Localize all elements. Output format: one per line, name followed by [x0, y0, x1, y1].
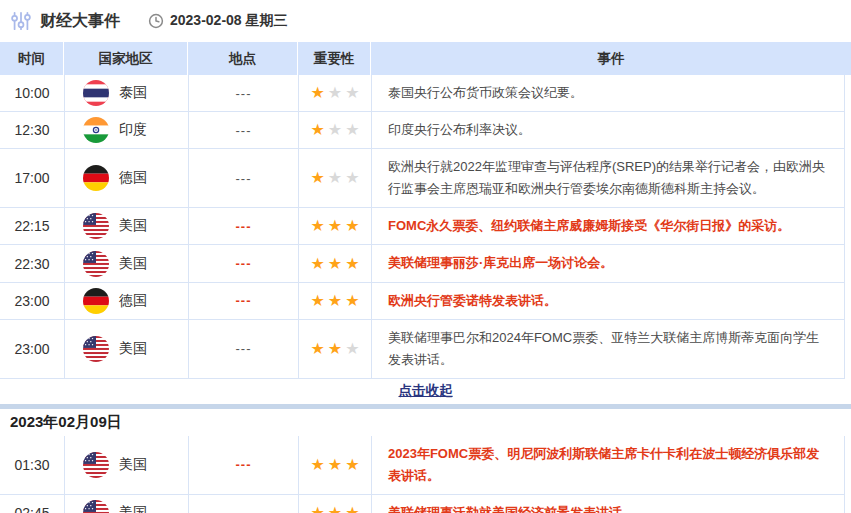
- event-time: 10:00: [0, 85, 64, 101]
- country-name: 美国: [119, 504, 147, 513]
- country-name: 德国: [119, 169, 147, 187]
- event-row: 10:00泰国---★★★泰国央行公布货币政策会议纪要。: [0, 75, 845, 112]
- column-header-event: 事件: [371, 42, 851, 75]
- flag-germany-icon: [83, 288, 109, 314]
- flag-usa-icon: [83, 251, 109, 277]
- star-icon: ★: [328, 170, 342, 186]
- country-name: 美国: [119, 340, 147, 358]
- event-time: 02:45: [0, 505, 64, 513]
- table-header: 时间 国家地区 地点 重要性 事件: [0, 42, 851, 75]
- star-icon: ★: [345, 256, 359, 272]
- event-country: 美国: [64, 245, 188, 281]
- column-header-importance: 重要性: [298, 42, 371, 75]
- star-icon: ★: [345, 218, 359, 234]
- current-date: 2023-02-08 星期三: [170, 12, 288, 30]
- event-location: ---: [188, 149, 298, 207]
- country-name: 印度: [119, 121, 147, 139]
- star-icon: ★: [345, 457, 359, 473]
- collapse-link[interactable]: 点击收起: [399, 382, 453, 400]
- star-icon: ★: [328, 218, 342, 234]
- flag-usa-icon: [83, 213, 109, 239]
- flag-usa-icon: [83, 336, 109, 362]
- event-location: ---: [188, 112, 298, 148]
- star-icon: ★: [310, 341, 324, 357]
- event-row: 12:30印度---★★★印度央行公布利率决议。: [0, 112, 845, 149]
- event-row: 22:30美国---★★★美联储理事丽莎·库克出席一场讨论会。: [0, 245, 845, 282]
- star-icon: ★: [345, 293, 359, 309]
- star-icon: ★: [328, 256, 342, 272]
- flag-usa-icon: [83, 500, 109, 513]
- event-location: ---: [188, 495, 298, 513]
- event-country: 美国: [64, 495, 188, 513]
- event-description: 2023年FOMC票委、明尼阿波利斯联储主席卡什卡利在波士顿经济俱乐部发表讲话。: [371, 436, 844, 494]
- importance-stars: ★★★: [298, 112, 371, 148]
- event-time: 22:30: [0, 256, 64, 272]
- star-icon: ★: [310, 122, 324, 138]
- event-row: 01:30美国---★★★2023年FOMC票委、明尼阿波利斯联储主席卡什卡利在…: [0, 436, 845, 495]
- flag-thailand-icon: [83, 80, 109, 106]
- event-description: FOMC永久票委、纽约联储主席威廉姆斯接受《华尔街日报》的采访。: [371, 208, 844, 244]
- event-country: 美国: [64, 436, 188, 494]
- event-country: 德国: [64, 283, 188, 319]
- collapse-link-row: 点击收起: [0, 379, 851, 404]
- event-time: 22:15: [0, 218, 64, 234]
- star-icon: ★: [328, 85, 342, 101]
- event-location: ---: [188, 283, 298, 319]
- event-time: 12:30: [0, 122, 64, 138]
- country-name: 美国: [119, 456, 147, 474]
- country-name: 美国: [119, 217, 147, 235]
- importance-stars: ★★★: [298, 495, 371, 513]
- star-icon: ★: [328, 122, 342, 138]
- event-time: 17:00: [0, 170, 64, 186]
- importance-stars: ★★★: [298, 149, 371, 207]
- page-header: 财经大事件 2023-02-08 星期三: [0, 0, 851, 42]
- star-icon: ★: [310, 293, 324, 309]
- column-header-time: 时间: [0, 42, 64, 75]
- star-icon: ★: [345, 122, 359, 138]
- event-location: ---: [188, 436, 298, 494]
- star-icon: ★: [328, 341, 342, 357]
- event-country: 美国: [64, 320, 188, 378]
- flag-india-icon: [83, 117, 109, 143]
- star-icon: ★: [328, 293, 342, 309]
- star-icon: ★: [310, 457, 324, 473]
- event-description: 欧洲央行就2022年监理审查与评估程序(SREP)的结果举行记者会，由欧洲央行监…: [371, 149, 844, 207]
- events-table-body: 10:00泰国---★★★泰国央行公布货币政策会议纪要。12:30印度---★★…: [0, 75, 851, 513]
- clock-icon: [148, 13, 164, 29]
- event-time: 01:30: [0, 457, 64, 473]
- event-country: 美国: [64, 208, 188, 244]
- event-description: 泰国央行公布货币政策会议纪要。: [371, 75, 844, 111]
- star-icon: ★: [310, 505, 324, 513]
- star-icon: ★: [345, 170, 359, 186]
- country-name: 美国: [119, 255, 147, 273]
- importance-stars: ★★★: [298, 283, 371, 319]
- event-location: ---: [188, 75, 298, 111]
- importance-stars: ★★★: [298, 75, 371, 111]
- event-row: 23:00美国---★★★美联储理事巴尔和2024年FOMC票委、亚特兰大联储主…: [0, 320, 845, 379]
- importance-stars: ★★★: [298, 320, 371, 378]
- event-country: 印度: [64, 112, 188, 148]
- section-date-header: 2023年02月09日: [0, 409, 851, 436]
- event-row: 17:00德国---★★★欧洲央行就2022年监理审查与评估程序(SREP)的结…: [0, 149, 845, 208]
- event-row: 02:45美国---★★★美联储理事沃勒就美国经济前景发表讲话。: [0, 495, 845, 513]
- event-description: 印度央行公布利率决议。: [371, 112, 844, 148]
- star-icon: ★: [310, 85, 324, 101]
- event-description: 美联储理事沃勒就美国经济前景发表讲话。: [371, 495, 844, 513]
- column-header-country: 国家地区: [64, 42, 188, 75]
- sliders-icon: [10, 10, 32, 32]
- importance-stars: ★★★: [298, 208, 371, 244]
- event-row: 22:15美国---★★★FOMC永久票委、纽约联储主席威廉姆斯接受《华尔街日报…: [0, 208, 845, 245]
- star-icon: ★: [310, 170, 324, 186]
- star-icon: ★: [310, 218, 324, 234]
- page-title: 财经大事件: [40, 11, 120, 32]
- economic-calendar-page: 财经大事件 2023-02-08 星期三 时间 国家地区 地点 重要性 事件 1…: [0, 0, 851, 513]
- star-icon: ★: [310, 256, 324, 272]
- event-description: 美联储理事巴尔和2024年FOMC票委、亚特兰大联储主席博斯蒂克面向学生发表讲话…: [371, 320, 844, 378]
- event-description: 欧洲央行管委诺特发表讲话。: [371, 283, 844, 319]
- star-icon: ★: [345, 85, 359, 101]
- event-country: 泰国: [64, 75, 188, 111]
- country-name: 德国: [119, 292, 147, 310]
- country-name: 泰国: [119, 84, 147, 102]
- importance-stars: ★★★: [298, 245, 371, 281]
- column-header-location: 地点: [188, 42, 298, 75]
